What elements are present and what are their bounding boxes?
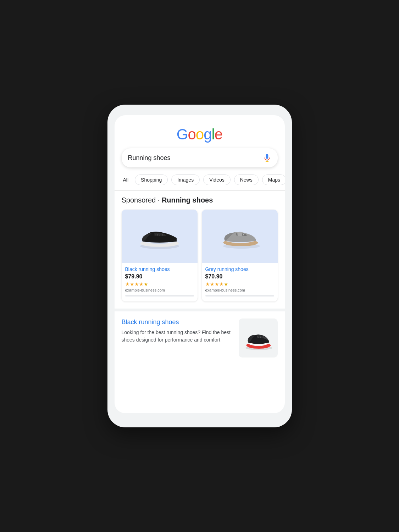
sponsored-query: Running shoes xyxy=(162,196,213,204)
tab-videos[interactable]: Videos xyxy=(203,174,231,185)
product-stars-black: ★★★★★ xyxy=(125,281,194,287)
logo-g2: g xyxy=(204,126,211,143)
divider-top xyxy=(115,190,285,191)
search-bar-wrapper: Running shoes xyxy=(115,148,285,173)
search-input[interactable]: Running shoes xyxy=(128,154,259,162)
logo-g: G xyxy=(177,126,188,143)
phone-screen: Google Running shoes All Shopping xyxy=(115,115,285,413)
tab-images[interactable]: Images xyxy=(171,174,200,185)
product-price-black: $79.90 xyxy=(125,273,194,280)
phone-frame: Google Running shoes All Shopping xyxy=(107,105,292,427)
product-image-grey xyxy=(202,210,278,263)
filter-tabs: All Shopping Images Videos News Maps xyxy=(115,173,285,190)
text-ad-description: Looking for the best running shoes? Find… xyxy=(122,329,233,344)
sponsored-label: Sponsored · xyxy=(122,196,162,204)
tab-shopping[interactable]: Shopping xyxy=(135,174,168,185)
google-logo: Google xyxy=(177,126,222,143)
tab-maps[interactable]: Maps xyxy=(262,174,285,185)
product-price-grey: $70.90 xyxy=(205,273,274,280)
sponsored-title: Sponsored · Running shoes xyxy=(122,196,278,204)
sponsored-section: Sponsored · Running shoes xyxy=(115,196,285,309)
search-bar[interactable]: Running shoes xyxy=(122,148,278,167)
product-store-grey: example-business.com xyxy=(205,288,274,292)
text-ad-title: Black running shoes xyxy=(122,318,233,326)
product-store-black: example-business.com xyxy=(125,288,194,292)
text-ad-content: Black running shoes Looking for the best… xyxy=(122,318,233,344)
product-info-grey: Grey running shoes $70.90 ★★★★★ example-… xyxy=(202,263,278,301)
product-card-black[interactable]: Black running shoes $79.90 ★★★★★ example… xyxy=(122,210,198,301)
microphone-icon[interactable] xyxy=(263,153,271,163)
product-name-grey: Grey running shoes xyxy=(205,266,274,272)
ad-bar-grey xyxy=(205,295,274,297)
tab-news[interactable]: News xyxy=(234,174,259,185)
tab-all[interactable]: All xyxy=(122,175,132,185)
logo-o2: o xyxy=(196,126,204,143)
ad-bar-black xyxy=(125,295,194,297)
logo-l: l xyxy=(212,126,215,143)
logo-o1: o xyxy=(188,126,195,143)
product-name-black: Black running shoes xyxy=(125,266,194,272)
header: Google xyxy=(115,115,285,148)
text-ad-section[interactable]: Black running shoes Looking for the best… xyxy=(115,311,285,365)
product-card-grey[interactable]: Grey running shoes $70.90 ★★★★★ example-… xyxy=(202,210,278,301)
product-stars-grey: ★★★★★ xyxy=(205,281,274,287)
logo-e: e xyxy=(215,126,222,143)
svg-rect-0 xyxy=(266,154,268,159)
section-divider xyxy=(115,309,285,311)
text-ad-image xyxy=(239,318,278,358)
product-info-black: Black running shoes $79.90 ★★★★★ example… xyxy=(122,263,198,301)
product-image-black xyxy=(122,210,198,263)
product-cards: Black running shoes $79.90 ★★★★★ example… xyxy=(122,210,278,301)
